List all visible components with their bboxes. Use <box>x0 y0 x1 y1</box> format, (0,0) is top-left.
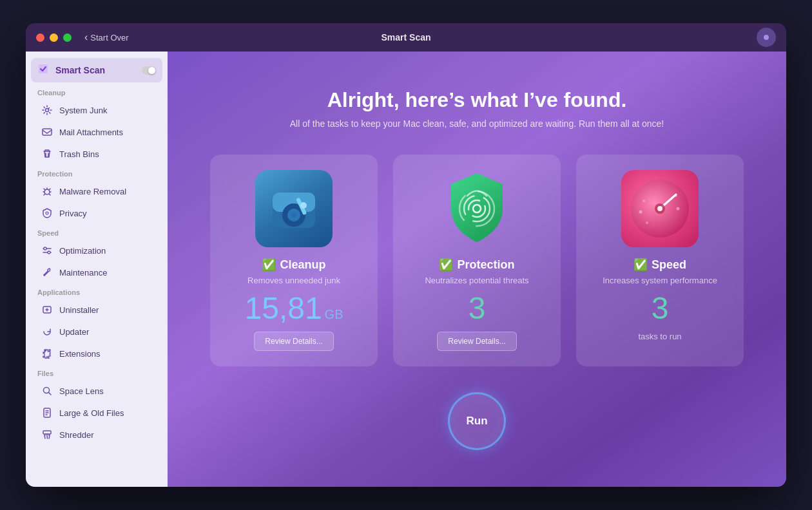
sidebar-item-optimization[interactable]: Optimization <box>30 240 164 261</box>
section-protection-label: Protection <box>26 165 168 180</box>
main-panel: Alright, here’s what I’ve found. All of … <box>168 52 786 487</box>
main-subheading: All of the tasks to keep your Mac clean,… <box>290 118 664 129</box>
sidebar-item-space-lens[interactable]: Space Lens <box>30 381 164 401</box>
privacy-label: Privacy <box>59 209 87 218</box>
sidebar: Smart Scan Cleanup System Junk <box>26 52 168 487</box>
speed-card: ✅ Speed Increases system performance 3 t… <box>576 155 744 366</box>
speed-number: 3 <box>652 293 669 324</box>
svg-point-28 <box>677 207 680 211</box>
protection-title: Protection <box>457 258 514 272</box>
uninstall-icon <box>41 304 53 316</box>
protection-check-icon: ✅ <box>439 258 453 272</box>
shredder-icon <box>41 429 53 440</box>
main-content: Smart Scan Cleanup System Junk <box>26 52 786 487</box>
sidebar-item-smart-scan[interactable]: Smart Scan <box>31 58 162 82</box>
settings-icon <box>764 35 769 40</box>
svg-point-4 <box>46 212 48 214</box>
main-heading: Alright, here’s what I’ve found. <box>327 88 627 112</box>
sidebar-item-trash-bins[interactable]: Trash Bins <box>30 144 164 164</box>
sidebar-item-privacy[interactable]: Privacy <box>30 203 164 223</box>
svg-point-19 <box>300 202 307 209</box>
fullscreen-button[interactable] <box>63 33 72 42</box>
file-icon <box>41 407 53 419</box>
sidebar-item-shredder[interactable]: Shredder <box>30 424 164 445</box>
privacy-icon <box>41 207 53 219</box>
protection-review-button[interactable]: Review Details... <box>437 332 516 351</box>
svg-rect-2 <box>43 129 52 135</box>
cleanup-card: ✅ Cleanup Removes unneeded junk 15,81GB … <box>210 155 378 366</box>
sidebar-item-maintenance[interactable]: Maintenance <box>30 262 164 283</box>
cleanup-card-icon <box>255 170 333 247</box>
trash-bins-label: Trash Bins <box>59 149 99 159</box>
protection-title-row: ✅ Protection <box>439 258 514 272</box>
protection-number: 3 <box>469 293 486 324</box>
sidebar-item-system-junk[interactable]: System Junk <box>30 100 164 120</box>
large-old-files-label: Large & Old Files <box>59 408 124 418</box>
active-toggle[interactable] <box>142 66 156 75</box>
cleanup-title-row: ✅ Cleanup <box>262 258 325 272</box>
protection-card-icon <box>438 170 516 247</box>
section-speed-label: Speed <box>26 224 168 240</box>
trash-icon <box>41 148 53 160</box>
cleanup-title: Cleanup <box>280 258 325 272</box>
settings-button[interactable] <box>757 28 776 47</box>
close-button[interactable] <box>36 33 44 42</box>
svg-point-25 <box>639 211 643 214</box>
lens-icon <box>41 385 53 397</box>
update-icon <box>41 326 53 337</box>
cleanup-check-icon: ✅ <box>262 258 276 272</box>
cards-row: ✅ Cleanup Removes unneeded junk 15,81GB … <box>210 155 744 366</box>
sliders-icon <box>41 245 53 256</box>
back-button[interactable]: ‹ Start Over <box>84 32 129 43</box>
window-title: Smart Scan <box>381 32 430 42</box>
optimization-label: Optimization <box>59 246 106 256</box>
section-cleanup-label: Cleanup <box>26 84 168 99</box>
chevron-left-icon: ‹ <box>84 32 88 43</box>
sidebar-item-malware-removal[interactable]: Malware Removal <box>30 181 164 202</box>
cleanup-number: 15,81GB <box>244 293 343 324</box>
smart-scan-label: Smart Scan <box>55 65 135 75</box>
cleanup-desc: Removes unneeded junk <box>247 276 340 285</box>
traffic-lights <box>36 33 72 42</box>
speed-check-icon: ✅ <box>633 258 648 272</box>
speed-title-row: ✅ Speed <box>633 258 686 272</box>
sidebar-item-updater[interactable]: Updater <box>30 321 164 342</box>
svg-point-26 <box>643 200 645 202</box>
space-lens-label: Space Lens <box>59 386 104 396</box>
updater-label: Updater <box>59 327 89 337</box>
svg-point-29 <box>646 222 648 224</box>
cleanup-review-button[interactable]: Review Details... <box>254 332 333 351</box>
sidebar-item-large-old-files[interactable]: Large & Old Files <box>30 402 164 423</box>
tasks-label: tasks to run <box>638 332 681 341</box>
malware-removal-label: Malware Removal <box>59 187 126 196</box>
speed-title: Speed <box>652 258 686 272</box>
protection-card: ✅ Protection Neutralizes potential threa… <box>393 155 561 366</box>
svg-point-8 <box>48 251 50 254</box>
sidebar-item-extensions[interactable]: Extensions <box>30 343 164 364</box>
back-label: Start Over <box>90 33 128 42</box>
speed-card-icon <box>621 170 699 247</box>
sidebar-item-mail-attachments[interactable]: Mail Attachments <box>30 122 164 142</box>
section-applications-label: Applications <box>26 283 168 299</box>
system-junk-label: System Junk <box>59 106 107 115</box>
titlebar: ‹ Start Over Smart Scan <box>26 23 786 52</box>
section-files-label: Files <box>26 364 168 380</box>
mail-icon <box>41 126 53 138</box>
scan-icon <box>37 63 49 77</box>
app-window: ‹ Start Over Smart Scan Smart Scan <box>26 23 786 487</box>
svg-point-32 <box>657 206 662 211</box>
maintenance-label: Maintenance <box>59 268 107 278</box>
uninstaller-label: Uninstaller <box>59 305 99 315</box>
wrench-icon <box>41 267 53 278</box>
minimize-button[interactable] <box>50 33 58 42</box>
svg-point-7 <box>44 247 46 250</box>
speed-desc: Increases system performance <box>603 276 717 285</box>
svg-point-17 <box>291 212 296 218</box>
extensions-label: Extensions <box>59 349 101 359</box>
puzzle-icon <box>41 348 53 359</box>
shredder-label: Shredder <box>59 430 93 440</box>
bug-icon <box>41 185 53 197</box>
sidebar-item-uninstaller[interactable]: Uninstaller <box>30 299 164 320</box>
mail-attachments-label: Mail Attachments <box>59 128 123 137</box>
run-button[interactable]: Run <box>448 392 506 450</box>
